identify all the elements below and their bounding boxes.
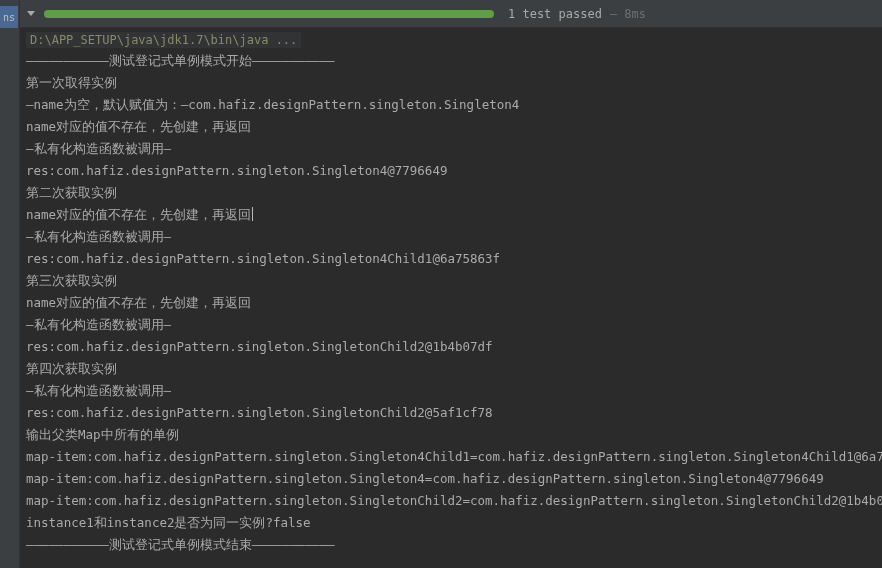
- console-line: 第二次获取实例: [26, 182, 882, 204]
- console-line: name对应的值不存在，先创建，再返回: [26, 116, 882, 138]
- console-line: —私有化构造函数被调用—: [26, 138, 882, 160]
- console-output[interactable]: D:\APP_SETUP\java\jdk1.7\bin\java ... ——…: [20, 28, 882, 568]
- console-line: map-item:com.hafiz.designPattern.singlet…: [26, 490, 882, 512]
- console-line: name对应的值不存在，先创建，再返回: [26, 292, 882, 314]
- test-status-time: – 8ms: [610, 7, 646, 21]
- console-line: instance1和instance2是否为同一实例?false: [26, 512, 882, 534]
- console-line: 第四次获取实例: [26, 358, 882, 380]
- main-area: 1 test passed – 8ms D:\APP_SETUP\java\jd…: [20, 0, 882, 568]
- console-line: map-item:com.hafiz.designPattern.singlet…: [26, 446, 882, 468]
- console-line: ———————————测试登记式单例模式开始———————————: [26, 50, 882, 72]
- console-lines: ———————————测试登记式单例模式开始———————————第一次取得实例…: [26, 50, 882, 556]
- console-line: 第三次获取实例: [26, 270, 882, 292]
- collapse-arrow-icon[interactable]: [26, 9, 36, 19]
- console-line: —私有化构造函数被调用—: [26, 314, 882, 336]
- console-line: res:com.hafiz.designPattern.singleton.Si…: [26, 160, 882, 182]
- test-progress-fill: [44, 10, 494, 18]
- gutter-tab-label: ns: [3, 12, 15, 23]
- test-status-text: 1 test passed: [508, 7, 602, 21]
- gutter-tab[interactable]: ns: [0, 6, 18, 28]
- console-line: res:com.hafiz.designPattern.singleton.Si…: [26, 248, 882, 270]
- console-line: —name为空，默认赋值为：—com.hafiz.designPattern.s…: [26, 94, 882, 116]
- left-gutter: ns: [0, 0, 20, 568]
- test-progress-bar: [44, 10, 494, 18]
- console-line: res:com.hafiz.designPattern.singleton.Si…: [26, 402, 882, 424]
- console-line: map-item:com.hafiz.designPattern.singlet…: [26, 468, 882, 490]
- console-line: ———————————测试登记式单例模式结束———————————: [26, 534, 882, 556]
- console-line: 输出父类Map中所有的单例: [26, 424, 882, 446]
- console-line: —私有化构造函数被调用—: [26, 226, 882, 248]
- console-line: 第一次取得实例: [26, 72, 882, 94]
- test-status-bar: 1 test passed – 8ms: [20, 0, 882, 28]
- command-line: D:\APP_SETUP\java\jdk1.7\bin\java ...: [26, 32, 301, 48]
- console-line: res:com.hafiz.designPattern.singleton.Si…: [26, 336, 882, 358]
- console-line: —私有化构造函数被调用—: [26, 380, 882, 402]
- console-line: name对应的值不存在，先创建，再返回: [26, 204, 882, 226]
